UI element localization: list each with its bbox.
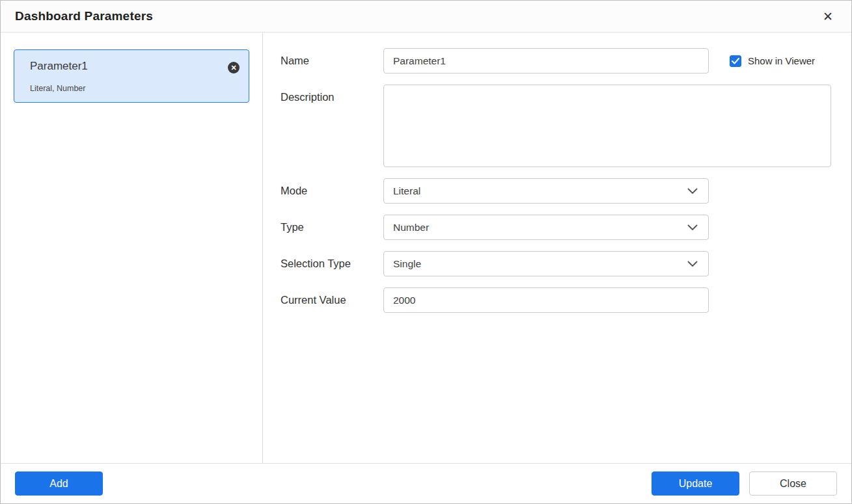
description-input[interactable]	[383, 85, 831, 167]
selection-type-label: Selection Type	[281, 258, 383, 270]
add-button[interactable]: Add	[15, 471, 103, 496]
chevron-down-icon	[687, 188, 698, 194]
show-in-viewer-group: Show in Viewer	[730, 55, 815, 67]
check-icon	[732, 58, 739, 64]
update-button[interactable]: Update	[652, 471, 739, 496]
description-row: Description	[281, 85, 831, 167]
selection-type-dropdown[interactable]: Single	[383, 251, 709, 276]
dialog-title: Dashboard Parameters	[15, 9, 153, 23]
type-label: Type	[281, 221, 383, 233]
name-row: Name Show in Viewer	[281, 48, 831, 73]
parameter-list-panel: Parameter1 ✕ Literal, Number	[1, 33, 263, 463]
show-in-viewer-label[interactable]: Show in Viewer	[748, 55, 815, 66]
name-input[interactable]	[383, 48, 709, 73]
mode-dropdown[interactable]: Literal	[383, 178, 709, 204]
selection-type-row: Selection Type Single	[281, 251, 831, 276]
selection-type-value: Single	[393, 258, 421, 270]
parameter-list-item[interactable]: Parameter1 ✕ Literal, Number	[14, 49, 249, 103]
current-value-input[interactable]	[383, 287, 709, 313]
type-row: Type Number	[281, 215, 831, 240]
chevron-down-icon	[687, 261, 698, 267]
x-glyph: ✕	[230, 64, 236, 72]
name-label: Name	[281, 55, 383, 67]
show-in-viewer-checkbox[interactable]	[730, 55, 741, 67]
mode-label: Mode	[281, 185, 383, 197]
dialog-footer: Add Update Close	[1, 463, 851, 503]
close-button[interactable]: Close	[749, 471, 837, 496]
footer-actions: Update Close	[652, 471, 837, 496]
close-icon[interactable]: ✕	[820, 8, 836, 25]
mode-value: Literal	[393, 185, 420, 197]
description-label: Description	[281, 85, 383, 103]
type-dropdown[interactable]: Number	[383, 215, 709, 240]
mode-row: Mode Literal	[281, 178, 831, 204]
chevron-down-icon	[687, 224, 698, 231]
dashboard-parameters-dialog: Dashboard Parameters ✕ Parameter1 ✕ Lite…	[0, 0, 852, 504]
dialog-header: Dashboard Parameters ✕	[1, 1, 851, 33]
current-value-label: Current Value	[281, 294, 383, 306]
parameter-item-name: Parameter1	[30, 60, 237, 73]
remove-parameter-icon[interactable]: ✕	[228, 62, 240, 73]
parameter-item-summary: Literal, Number	[30, 84, 237, 93]
dialog-body: Parameter1 ✕ Literal, Number Name	[1, 33, 851, 463]
current-value-row: Current Value	[281, 287, 831, 313]
type-value: Number	[393, 222, 429, 233]
parameter-form: Name Show in Viewer Description Mode	[263, 33, 852, 463]
